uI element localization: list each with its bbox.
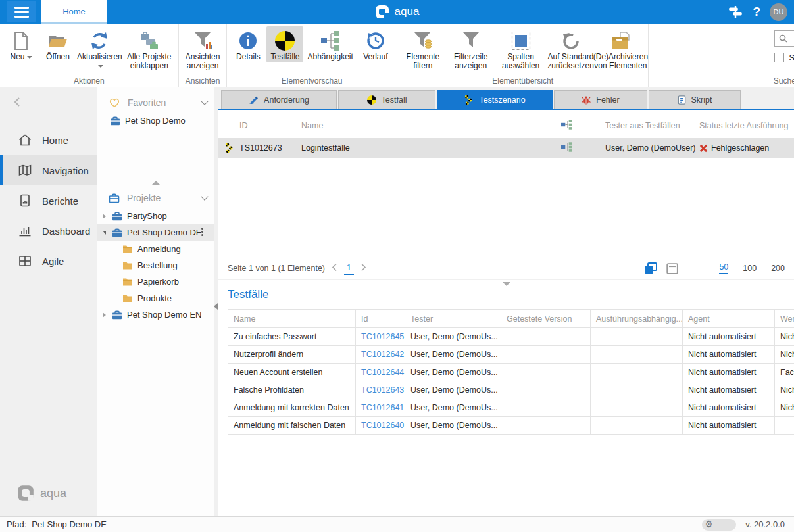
sidebar-collapse-icon[interactable] xyxy=(13,97,21,110)
sidebar-item-dashboard[interactable]: Dashboard xyxy=(0,216,97,246)
dependency-icon[interactable] xyxy=(561,142,587,154)
table-row[interactable]: Neuen Account erstellenTC1012644User, De… xyxy=(228,364,794,381)
tab-anforderung[interactable]: Anforderung xyxy=(221,90,337,109)
sidebar-item-agile[interactable]: Agile xyxy=(0,246,97,276)
testcase-link[interactable]: TC1012642 xyxy=(361,350,404,359)
auf-standard-zuruecksetzen-button[interactable]: Auf Standard zurücksetzen xyxy=(546,26,596,72)
scenario-row[interactable]: TS1012673 Logintestfälle User, Demo (Dem… xyxy=(218,138,794,158)
dearchivieren-button[interactable]: (De)Archivieren von Elementen xyxy=(595,26,645,72)
page-size-50[interactable]: 50 xyxy=(719,262,728,274)
col-status[interactable]: Status letzte Ausführung xyxy=(699,121,794,130)
spalten-auswaehlen-button[interactable]: Spalten auswählen xyxy=(496,26,546,72)
signpost-icon[interactable] xyxy=(728,5,743,18)
info-icon xyxy=(239,30,257,52)
filterzeile-anzeigen-button[interactable]: Filterzeile anzeigen xyxy=(446,26,496,72)
neu-button[interactable]: Neu xyxy=(3,26,39,62)
page-size-100[interactable]: 100 xyxy=(743,264,757,273)
projekte-header[interactable]: Projekte xyxy=(97,188,214,208)
col-tester[interactable]: Tester aus Testfällen xyxy=(605,121,699,130)
tab-fehler[interactable]: Fehler xyxy=(554,90,647,109)
ribbon-tab-home[interactable]: Home xyxy=(41,0,107,24)
chevron-down-icon xyxy=(201,97,208,105)
main-area: Anforderung Testfall Testszenario Fehler… xyxy=(218,87,794,516)
oeffnen-button[interactable]: Öffnen xyxy=(39,26,76,62)
favoriten-label: Favoriten xyxy=(128,97,195,108)
testcase-link[interactable]: TC1012641 xyxy=(361,403,404,412)
project-partyshop[interactable]: PartyShop xyxy=(97,208,214,224)
table-row[interactable]: Anmeldung mit falschen DatenTC1012640Use… xyxy=(228,417,794,435)
table-row[interactable]: Anmeldung mit korrekten DatenTC1012641Us… xyxy=(228,399,794,417)
col-tester[interactable]: Tester xyxy=(405,310,501,328)
dependency-column-icon[interactable] xyxy=(561,120,587,132)
testcase-link[interactable]: TC1012645 xyxy=(361,332,404,341)
sidebar-item-navigation[interactable]: Navigation xyxy=(0,155,97,185)
sidebar-item-home[interactable]: Home xyxy=(0,125,97,155)
aktualisieren-button[interactable]: Aktualisieren xyxy=(76,26,123,72)
table-row[interactable]: Zu einfaches PasswortTC1012645User, Demo… xyxy=(228,328,794,346)
tab-testfall[interactable]: Testfall xyxy=(338,90,435,109)
settings-pill[interactable] xyxy=(702,519,736,531)
kebab-menu-icon[interactable] xyxy=(201,228,203,237)
details-button[interactable]: Details xyxy=(230,26,266,62)
testcase-link[interactable]: TC1012643 xyxy=(361,385,404,395)
col-version[interactable]: Getestete Version xyxy=(501,310,591,328)
table-header-row: Name Id Tester Getestete Version Ausführ… xyxy=(228,310,794,328)
col-name[interactable]: Name xyxy=(301,121,561,130)
project-pet-shop-demo-en[interactable]: Pet Shop Demo EN xyxy=(97,306,214,323)
abhaengigkeit-button[interactable]: Abhängigkeit xyxy=(303,26,357,62)
tab-label: Fehler xyxy=(596,95,619,105)
page-size-200[interactable]: 200 xyxy=(771,264,785,273)
favorite-pet-shop-demo[interactable]: Pet Shop Demo xyxy=(97,112,214,129)
horizontal-splitter[interactable] xyxy=(218,279,794,288)
expand-icon[interactable] xyxy=(103,214,106,219)
verlauf-button[interactable]: Verlauf xyxy=(357,26,394,62)
script-icon xyxy=(678,95,686,105)
testcase-link[interactable]: TC1012644 xyxy=(361,368,404,377)
search-input[interactable] xyxy=(791,34,794,43)
elemente-filtern-button[interactable]: Elemente filtern xyxy=(400,26,446,72)
col-name[interactable]: Name xyxy=(228,310,356,328)
expand-icon[interactable] xyxy=(103,312,106,318)
collapse-node-icon[interactable] xyxy=(103,231,106,235)
page-number[interactable]: 1 xyxy=(344,262,354,275)
suchanfrage-checkbox[interactable] xyxy=(774,53,784,62)
vertical-splitter[interactable] xyxy=(214,87,218,516)
folder-anmeldung[interactable]: Anmeldung xyxy=(97,241,214,257)
sidebar-item-berichte[interactable]: Berichte xyxy=(0,185,97,216)
testscenario-icon xyxy=(218,143,239,153)
testcase-link[interactable]: TC1012640 xyxy=(361,421,404,430)
archive-view-icon[interactable] xyxy=(666,263,678,274)
col-agent[interactable]: Agent xyxy=(683,310,775,328)
collapse-panel-icon[interactable] xyxy=(214,303,218,310)
next-page-icon[interactable] xyxy=(360,262,366,274)
scenario-table-header[interactable]: ID Name Tester aus Testfällen Status let… xyxy=(218,116,794,135)
help-icon[interactable]: ? xyxy=(753,5,760,19)
col-abhaengig[interactable]: Ausführungsabhängig... xyxy=(591,310,683,328)
avatar[interactable]: DU xyxy=(770,3,787,21)
ribbon-group-aktionen: Neu Öffnen Aktualisieren Alle Projekte e… xyxy=(0,24,179,87)
ribbon-group-elementvorschau: Details Testfälle Abhängigkeit Verlauf E… xyxy=(227,24,397,87)
testfaelle-button[interactable]: Testfälle xyxy=(266,26,303,62)
copy-view-icon[interactable] xyxy=(644,262,657,274)
tab-skript[interactable]: Skript xyxy=(649,90,741,109)
alle-projekte-einklappen-button[interactable]: Alle Projekte einklappen xyxy=(123,26,176,72)
tab-testszenario[interactable]: Testszenario xyxy=(437,90,553,109)
panel-splitter[interactable] xyxy=(97,178,214,187)
dropdown-caret-icon xyxy=(98,65,103,68)
project-pet-shop-demo-de[interactable]: Pet Shop Demo DE xyxy=(97,224,214,241)
table-row[interactable]: Nutzerprofil ändernTC1012642User, Demo (… xyxy=(228,346,794,364)
col-wert[interactable]: Wer xyxy=(775,310,794,328)
folder-bestellung[interactable]: Bestellung xyxy=(97,257,214,274)
folder-produkte[interactable]: Produkte xyxy=(97,290,214,306)
col-id[interactable]: ID xyxy=(239,121,301,130)
ribbon: Neu Öffnen Aktualisieren Alle Projekte e… xyxy=(0,24,794,87)
ansichten-anzeigen-button[interactable]: Ansichten anzeigen xyxy=(182,26,224,72)
folder-papierkorb[interactable]: Papierkorb xyxy=(97,274,214,290)
hamburger-menu-icon[interactable] xyxy=(7,1,36,22)
prev-page-icon[interactable] xyxy=(332,262,337,274)
history-icon xyxy=(366,30,385,52)
col-id[interactable]: Id xyxy=(356,310,405,328)
table-row[interactable]: Falsche ProfildatenTC1012643User, Demo (… xyxy=(228,381,794,399)
top-bar: Home aqua ? DU xyxy=(0,0,794,24)
favoriten-header[interactable]: Favoriten xyxy=(97,93,214,112)
